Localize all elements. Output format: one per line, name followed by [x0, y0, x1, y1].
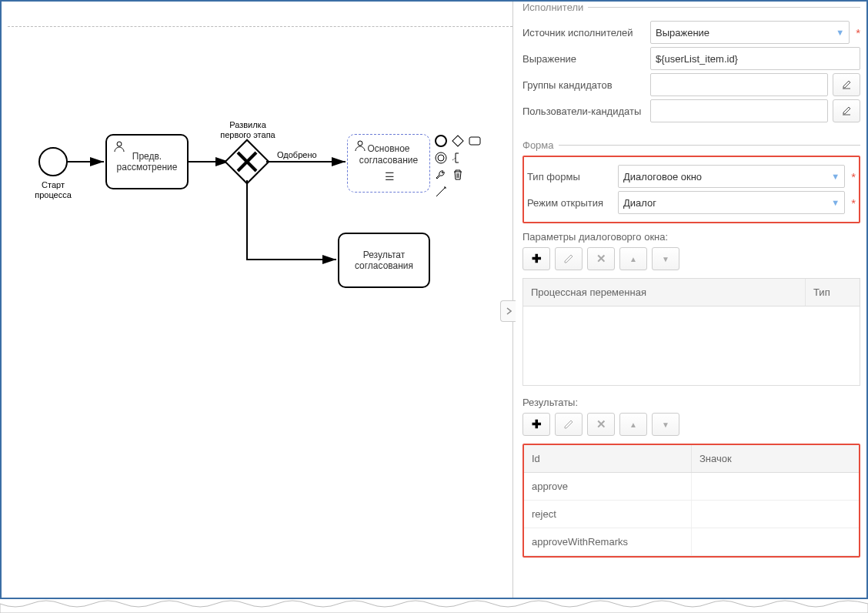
col-id: Id	[524, 445, 692, 472]
connect-icon[interactable]	[434, 185, 448, 199]
chevron-right-icon	[506, 307, 512, 315]
source-select[interactable]: Выражение▼	[650, 21, 850, 44]
edit-button[interactable]	[555, 413, 583, 436]
expression-input[interactable]: ${userList_item.id}	[650, 47, 860, 70]
svg-line-14	[452, 158, 456, 160]
task-osnovnoe-soglasovanie[interactable]: Основное согласование ☰	[347, 134, 430, 193]
start-event-label: Старт процесса	[22, 180, 84, 199]
bpmn-canvas[interactable]: Старт процесса Предв. рассмотрение Разви…	[2, 2, 512, 598]
task-rezultat-soglasovaniya[interactable]: Результат согласования	[338, 233, 430, 288]
edit-groups-button[interactable]	[833, 73, 860, 96]
remove-button[interactable]: ✕	[587, 413, 615, 436]
task-pred-rassmotrenie[interactable]: Предв. рассмотрение	[105, 134, 189, 189]
svg-point-12	[436, 152, 446, 163]
svg-point-9	[436, 136, 446, 146]
edit-users-button[interactable]	[833, 99, 860, 122]
task-label: Основное согласование	[359, 143, 418, 166]
results-highlight: Id Значок approve reject approveWithRema…	[522, 444, 860, 558]
svg-point-0	[39, 148, 67, 176]
svg-point-8	[358, 141, 362, 146]
required-marker: *	[851, 196, 856, 209]
expression-label: Выражение	[522, 53, 646, 65]
move-down-button[interactable]: ▼	[652, 413, 679, 436]
add-button[interactable]: ✚	[522, 247, 550, 270]
panel-toggle[interactable]	[500, 300, 516, 322]
chevron-down-icon: ▼	[831, 172, 840, 181]
torn-edge	[0, 599, 868, 613]
flow-approved-label: Одобрено	[277, 150, 317, 160]
task-label: Предв. рассмотрение	[117, 151, 178, 173]
pencil-icon	[563, 253, 574, 264]
col-type: Тип	[806, 279, 860, 306]
add-button[interactable]: ✚	[522, 413, 550, 436]
gateway-label: Развилка первого этапа	[220, 120, 275, 139]
candidate-users-label: Пользователи-кандидаты	[522, 106, 646, 117]
trash-icon[interactable]	[451, 168, 465, 182]
required-marker: *	[851, 170, 856, 183]
form-type-select[interactable]: Диалоговое окно▼	[618, 165, 845, 188]
col-variable: Процессная переменная	[523, 279, 806, 306]
table-row[interactable]: approve	[524, 473, 859, 501]
context-pad	[434, 134, 482, 199]
svg-rect-11	[469, 137, 480, 145]
gateway-icon[interactable]	[451, 134, 465, 148]
candidate-users-input[interactable]	[650, 99, 828, 122]
flow-connectors	[2, 2, 512, 598]
dialog-params-toolbar: ✚ ✕ ▲ ▼	[522, 247, 860, 270]
remove-button[interactable]: ✕	[587, 247, 615, 270]
source-label: Источник исполнителей	[522, 27, 646, 39]
candidate-groups-input[interactable]	[650, 73, 828, 96]
form-highlight: Тип формы Диалоговое окно▼ * Режим откры…	[522, 156, 860, 223]
form-legend: Форма	[522, 139, 559, 151]
dialog-params-label: Параметры диалоговорго окна:	[522, 231, 860, 243]
table-row[interactable]: approveWithRemarks	[524, 528, 859, 556]
chevron-down-icon: ▼	[831, 198, 840, 207]
properties-panel: Исполнители Источник исполнителей Выраже…	[512, 2, 866, 598]
move-up-button[interactable]: ▲	[619, 247, 647, 270]
dialog-params-table[interactable]: Процессная переменная Тип	[522, 278, 860, 386]
wrench-icon[interactable]	[434, 168, 448, 182]
pencil-icon	[563, 419, 574, 430]
svg-point-13	[438, 155, 444, 161]
candidate-groups-label: Группы кандидатов	[522, 79, 646, 91]
results-label: Результаты:	[522, 397, 860, 408]
edit-icon	[841, 106, 852, 116]
performers-fieldset: Исполнители Источник исполнителей Выраже…	[522, 2, 860, 135]
annotation-icon[interactable]	[451, 151, 465, 165]
required-marker: *	[856, 26, 860, 39]
results-table[interactable]: Id Значок approve reject approveWithRema…	[524, 445, 859, 556]
task-label: Результат согласования	[355, 250, 413, 272]
edit-icon	[841, 79, 852, 90]
table-row[interactable]: reject	[524, 501, 859, 528]
open-mode-select[interactable]: Диалог▼	[618, 191, 845, 214]
svg-point-7	[117, 142, 122, 146]
results-toolbar: ✚ ✕ ▲ ▼	[522, 413, 860, 436]
task-icon[interactable]	[468, 134, 482, 148]
move-up-button[interactable]: ▲	[619, 413, 647, 436]
form-fieldset: Форма Тип формы Диалоговое окно▼ * Режим…	[522, 139, 860, 574]
user-icon	[354, 139, 366, 152]
chevron-down-icon: ▼	[836, 28, 844, 37]
open-mode-label: Режим открытия	[527, 197, 613, 209]
user-icon	[113, 140, 125, 152]
svg-rect-10	[452, 136, 463, 146]
form-type-label: Тип формы	[527, 171, 613, 183]
multi-instance-icon: ☰	[385, 170, 393, 183]
end-event-icon[interactable]	[434, 134, 448, 148]
edit-button[interactable]	[555, 247, 583, 270]
intermediate-event-icon[interactable]	[434, 151, 448, 165]
col-icon: Значок	[692, 445, 859, 472]
performers-legend: Исполнители	[522, 2, 588, 13]
move-down-button[interactable]: ▼	[652, 247, 679, 270]
